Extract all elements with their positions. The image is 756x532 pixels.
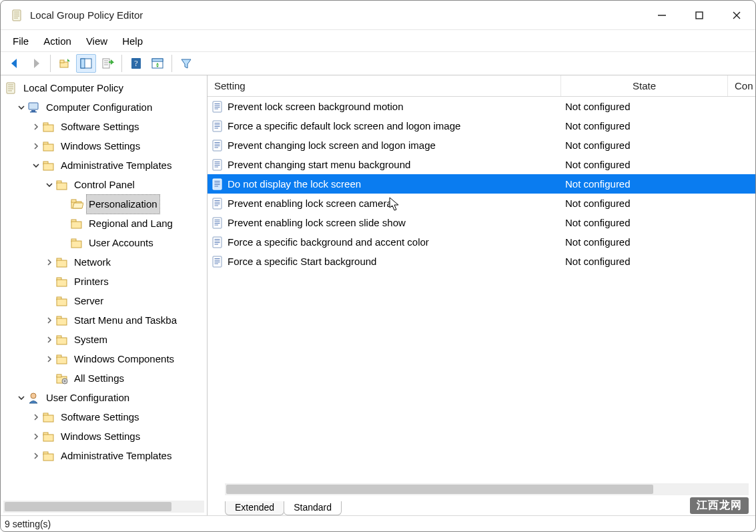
tree-all-settings[interactable]: All Settings bbox=[1, 368, 207, 388]
tree-cc-windows[interactable]: Windows Settings bbox=[1, 136, 207, 156]
tree-uc-software[interactable]: Software Settings bbox=[1, 407, 207, 427]
expand-chevron-icon[interactable] bbox=[43, 256, 55, 268]
tree-printers[interactable]: Printers bbox=[1, 272, 207, 291]
tree-uc-windows[interactable]: Windows Settings bbox=[1, 427, 207, 446]
folder-icon bbox=[55, 275, 69, 288]
tree-server[interactable]: Server bbox=[1, 291, 207, 310]
tree-item-label: User Configuration bbox=[43, 388, 132, 407]
policy-item-icon bbox=[212, 159, 224, 171]
scrollbar-thumb[interactable] bbox=[5, 502, 171, 511]
setting-name: Force a specific Start background bbox=[228, 256, 376, 267]
expand-chevron-icon[interactable] bbox=[15, 392, 27, 404]
folder-icon bbox=[55, 314, 69, 327]
tree-regional[interactable]: Regional and Lang bbox=[1, 214, 207, 233]
tree-win-components[interactable]: Windows Components bbox=[1, 349, 207, 368]
titlebar: Local Group Policy Editor bbox=[1, 1, 755, 30]
filter-button[interactable] bbox=[176, 54, 196, 73]
menu-action[interactable]: Action bbox=[41, 34, 81, 48]
setting-row[interactable]: Prevent enabling lock screen slide showN… bbox=[208, 213, 755, 232]
grid-horizontal-scrollbar[interactable] bbox=[225, 483, 749, 495]
setting-state: Not configured bbox=[561, 198, 728, 209]
tree-start-menu[interactable]: Start Menu and Taskba bbox=[1, 310, 207, 330]
forward-button[interactable] bbox=[26, 54, 46, 73]
tree-user-config[interactable]: User Configuration bbox=[1, 388, 207, 407]
setting-row[interactable]: Prevent changing lock screen and logon i… bbox=[208, 136, 755, 155]
svg-rect-65 bbox=[43, 454, 53, 461]
tree-item-label: System bbox=[71, 330, 110, 349]
svg-rect-61 bbox=[43, 415, 53, 422]
expand-chevron-icon[interactable] bbox=[15, 101, 27, 113]
expand-chevron-icon[interactable] bbox=[30, 160, 42, 172]
expand-chevron-icon[interactable] bbox=[43, 353, 55, 365]
back-button[interactable] bbox=[5, 54, 25, 73]
setting-state: Not configured bbox=[561, 217, 728, 228]
tree-user-accounts[interactable]: User Accounts bbox=[1, 233, 207, 252]
column-header-comment[interactable]: Con bbox=[728, 75, 756, 96]
menu-file[interactable]: File bbox=[10, 34, 38, 48]
svg-rect-32 bbox=[43, 144, 53, 151]
expand-chevron-icon[interactable] bbox=[58, 218, 70, 230]
policy-item-icon bbox=[212, 198, 224, 210]
close-button[interactable] bbox=[718, 1, 755, 29]
tree-personalization[interactable]: Personalization bbox=[1, 194, 207, 214]
expand-chevron-icon[interactable] bbox=[43, 334, 55, 346]
scrollbar-thumb[interactable] bbox=[226, 485, 653, 494]
menu-view[interactable]: View bbox=[83, 34, 117, 48]
tree-root[interactable]: Local Computer Policy bbox=[1, 78, 207, 97]
tree-item-label: User Accounts bbox=[86, 234, 156, 252]
tab-standard[interactable]: Standard bbox=[284, 501, 342, 515]
help-button[interactable]: ? bbox=[126, 54, 146, 73]
column-header-state[interactable]: State bbox=[561, 75, 728, 96]
expand-chevron-icon[interactable] bbox=[43, 372, 55, 384]
setting-row[interactable]: Force a specific Start backgroundNot con… bbox=[208, 252, 755, 271]
setting-state: Not configured bbox=[561, 120, 728, 131]
setting-row[interactable]: Prevent lock screen background motionNot… bbox=[208, 97, 755, 116]
tree-cc-adm[interactable]: Administrative Templates bbox=[1, 156, 207, 175]
expand-chevron-icon[interactable] bbox=[58, 198, 70, 210]
menu-help[interactable]: Help bbox=[119, 34, 152, 48]
expand-chevron-icon[interactable] bbox=[30, 140, 42, 152]
tree-cc-software[interactable]: Software Settings bbox=[1, 117, 207, 136]
tree-network[interactable]: Network bbox=[1, 252, 207, 272]
expand-chevron-icon[interactable] bbox=[30, 431, 42, 443]
export-button[interactable] bbox=[97, 54, 117, 73]
expand-chevron-icon[interactable] bbox=[30, 411, 42, 423]
column-header-setting[interactable]: Setting bbox=[208, 75, 561, 96]
tree-item-label: Start Menu and Taskba bbox=[71, 311, 179, 330]
setting-row[interactable]: Prevent changing start menu backgroundNo… bbox=[208, 155, 755, 174]
svg-rect-26 bbox=[29, 103, 38, 109]
setting-row[interactable]: Do not display the lock screenNot config… bbox=[208, 174, 755, 194]
expand-chevron-icon[interactable] bbox=[30, 121, 42, 133]
svg-rect-40 bbox=[71, 222, 81, 228]
refresh-button[interactable] bbox=[147, 54, 167, 73]
tree-uc-adm[interactable]: Administrative Templates bbox=[1, 446, 207, 465]
svg-rect-42 bbox=[71, 241, 81, 248]
tree-cc-adm-cp[interactable]: Control Panel bbox=[1, 175, 207, 194]
maximize-button[interactable] bbox=[681, 1, 718, 29]
setting-row[interactable]: Prevent enabling lock screen cameraNot c… bbox=[208, 194, 755, 213]
tree-item-label: Personalization bbox=[86, 194, 160, 214]
tab-extended[interactable]: Extended bbox=[225, 501, 284, 515]
tree-scroll[interactable]: Local Computer PolicyComputer Configurat… bbox=[1, 75, 207, 501]
expand-chevron-icon[interactable] bbox=[58, 237, 70, 249]
tree-computer-config[interactable]: Computer Configuration bbox=[1, 97, 207, 117]
folder-icon bbox=[55, 256, 69, 269]
setting-state: Not configured bbox=[561, 178, 728, 190]
setting-name: Force a specific default lock screen and… bbox=[228, 120, 460, 131]
tree-system[interactable]: System bbox=[1, 330, 207, 349]
setting-state: Not configured bbox=[561, 256, 728, 267]
expand-chevron-icon[interactable] bbox=[43, 295, 55, 307]
minimize-button[interactable] bbox=[643, 1, 681, 29]
tree-item-label: Software Settings bbox=[58, 117, 142, 136]
expand-chevron-icon[interactable] bbox=[43, 314, 55, 326]
tree-horizontal-scrollbar[interactable] bbox=[3, 501, 204, 513]
grid-body[interactable]: Prevent lock screen background motionNot… bbox=[208, 97, 755, 481]
expand-chevron-icon[interactable] bbox=[43, 276, 55, 288]
setting-row[interactable]: Force a specific background and accent c… bbox=[208, 232, 755, 252]
expand-chevron-icon[interactable] bbox=[30, 450, 42, 462]
user-icon bbox=[27, 391, 41, 405]
show-hide-tree-button[interactable] bbox=[76, 54, 96, 73]
up-button[interactable] bbox=[55, 54, 75, 73]
setting-row[interactable]: Force a specific default lock screen and… bbox=[208, 116, 755, 136]
expand-chevron-icon[interactable] bbox=[43, 179, 55, 191]
